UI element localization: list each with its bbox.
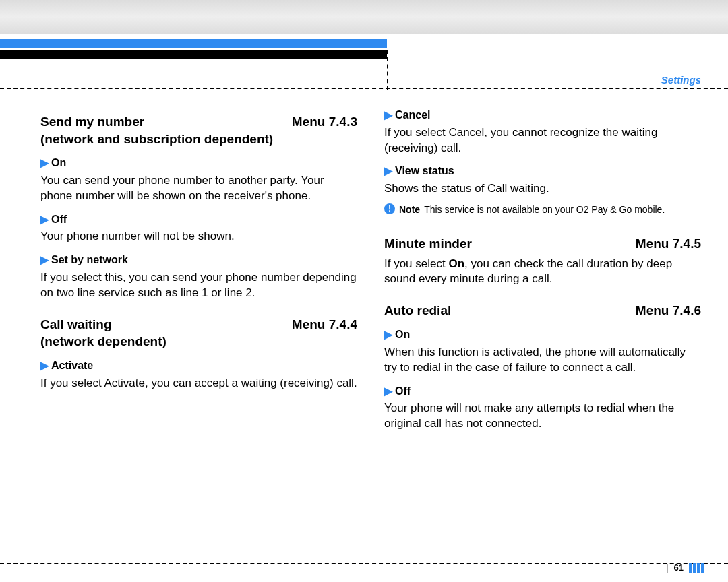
black-header-bar (0, 50, 387, 59)
option-body: Shows the status of Call waiting. (384, 181, 701, 197)
section-title: Minute minder (384, 235, 472, 253)
section-title: Call waiting (40, 316, 112, 333)
dashed-divider-vertical (387, 50, 388, 90)
option-label: Activate (51, 360, 93, 371)
option-head: ▶Off (40, 212, 357, 227)
option-body: When this function is activated, the pho… (384, 345, 701, 376)
dashed-divider-top (0, 88, 728, 89)
content-area: Send my number Menu 7.4.3 (network and s… (40, 108, 701, 542)
note-text: NoteThis service is not available on you… (399, 203, 665, 216)
signal-bars-icon (689, 563, 704, 573)
blue-header-bar (0, 39, 387, 48)
section-send-my-number-head: Send my number Menu 7.4.3 (40, 113, 357, 131)
footer: | 61 (666, 562, 704, 573)
triangle-icon: ▶ (40, 157, 49, 168)
option-label: View status (395, 165, 454, 176)
section-title: Send my number (40, 113, 144, 131)
section-header: Settings (661, 74, 701, 86)
top-gradient (0, 0, 728, 34)
option-label: On (51, 157, 66, 168)
dashed-divider-bottom (0, 563, 728, 564)
option-head: ▶On (384, 327, 701, 342)
triangle-icon: ▶ (384, 385, 392, 397)
section-subtitle: (network dependent) (40, 333, 357, 350)
option-activate: ▶Activate If you select Activate, you ca… (40, 358, 357, 391)
option-on: ▶On You can send your phone number to an… (40, 156, 357, 203)
triangle-icon: ▶ (384, 165, 392, 176)
option-on: ▶On When this function is activated, the… (384, 327, 701, 375)
section-subtitle: (network and subscription dependent) (40, 131, 357, 148)
option-cancel: ▶Cancel If you select Cancel, you cannot… (384, 108, 701, 156)
option-view-status: ▶View status Shows the status of Call wa… (384, 164, 701, 197)
option-head: ▶Off (384, 384, 701, 399)
footer-separator: | (666, 562, 669, 573)
right-column: ▶Cancel If you select Cancel, you cannot… (384, 108, 701, 542)
note-label: Note (399, 204, 420, 215)
option-head: ▶View status (384, 164, 701, 179)
option-label: Off (395, 385, 411, 397)
body-prefix: If you select (384, 257, 448, 270)
option-body: If you select Activate, you can accept a… (40, 376, 357, 391)
section-menu-ref: Menu 7.4.6 (636, 302, 701, 319)
option-off: ▶Off Your phone will not make any attemp… (384, 384, 701, 432)
section-auto-redial-head: Auto redial Menu 7.4.6 (384, 302, 701, 319)
triangle-icon: ▶ (40, 254, 49, 265)
section-menu-ref: Menu 7.4.5 (636, 235, 701, 253)
note-body: This service is not available on your O2… (424, 204, 665, 215)
section-minute-minder-head: Minute minder Menu 7.4.5 (384, 235, 701, 253)
option-set-by-network: ▶Set by network If you select this, you … (40, 253, 357, 300)
section-call-waiting-head: Call waiting Menu 7.4.4 (40, 316, 357, 333)
triangle-icon: ▶ (40, 360, 49, 371)
option-head: ▶On (40, 156, 357, 170)
left-column: Send my number Menu 7.4.3 (network and s… (40, 108, 357, 542)
triangle-icon: ▶ (40, 214, 49, 225)
option-body: Your phone will not make any attempts to… (384, 401, 701, 432)
option-head: ▶Cancel (384, 108, 701, 123)
info-icon: ! (384, 203, 395, 214)
option-body: If you select Cancel, you cannot recogni… (384, 125, 701, 156)
option-head: ▶Activate (40, 358, 357, 373)
option-head: ▶Set by network (40, 253, 357, 267)
option-off: ▶Off Your phone number will not be shown… (40, 212, 357, 245)
option-label: Off (51, 214, 67, 225)
option-body: Your phone number will not be shown. (40, 229, 357, 245)
body-bold: On (448, 257, 464, 270)
option-label: On (395, 329, 410, 340)
section-title: Auto redial (384, 302, 451, 319)
option-body: If you select this, you can send your ph… (40, 270, 357, 301)
note-row: ! NoteThis service is not available on y… (384, 203, 701, 216)
section-menu-ref: Menu 7.4.4 (292, 316, 357, 333)
page-number: 61 (674, 562, 684, 573)
option-label: Cancel (395, 109, 430, 121)
section-body: If you select On, you can check the call… (384, 257, 701, 288)
option-label: Set by network (51, 254, 128, 265)
triangle-icon: ▶ (384, 329, 392, 340)
triangle-icon: ▶ (384, 109, 392, 121)
section-menu-ref: Menu 7.4.3 (292, 113, 357, 131)
option-body: You can send your phone number to anothe… (40, 173, 357, 204)
